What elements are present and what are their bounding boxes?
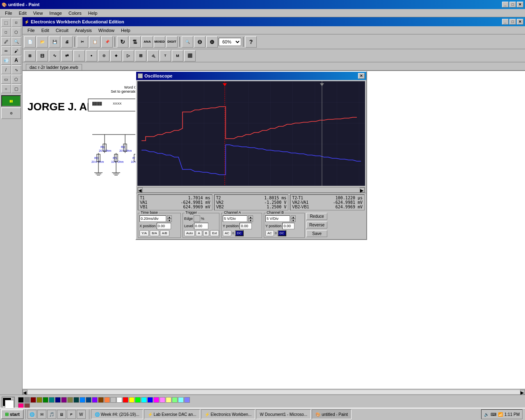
- swatch-magenta[interactable]: [153, 397, 159, 403]
- mail-quick[interactable]: ✉: [37, 410, 46, 419]
- zoom-combo[interactable]: 60% 100% 150%: [219, 38, 241, 46]
- magnify-tool[interactable]: 🔍: [11, 37, 21, 46]
- swatch-olive2[interactable]: [67, 397, 73, 403]
- scroll-right[interactable]: ▶: [360, 187, 365, 192]
- w-quick[interactable]: W: [77, 410, 86, 419]
- swatch-darkteal[interactable]: [73, 397, 79, 403]
- ewb-minimize[interactable]: _: [502, 19, 509, 25]
- ewb-new[interactable]: 📄: [24, 36, 36, 48]
- ewb-copy[interactable]: 📋: [89, 36, 100, 48]
- chb-up[interactable]: ▲: [291, 215, 296, 219]
- swatch-brown[interactable]: [98, 397, 104, 403]
- start-button[interactable]: ⊞ start: [1, 409, 24, 419]
- chb-ac[interactable]: AC: [265, 230, 274, 236]
- ewb-t2-8[interactable]: ◈: [110, 50, 122, 62]
- tool-extra1[interactable]: ▮▮: [1, 95, 21, 107]
- cha-down[interactable]: ▼: [248, 219, 253, 222]
- swatch-navy[interactable]: [55, 397, 61, 403]
- ewb-digital[interactable]: DIGIT: [166, 36, 178, 48]
- reverse-btn[interactable]: Reverse: [306, 221, 327, 228]
- ewb-maximize[interactable]: □: [509, 19, 516, 25]
- trig-a-btn[interactable]: A: [196, 230, 202, 236]
- chb-down[interactable]: ▼: [291, 219, 296, 222]
- ewb-t2-3[interactable]: ∿: [49, 50, 60, 62]
- ba-btn[interactable]: B/A: [150, 230, 159, 236]
- circuit-area[interactable]: JORGE J. ALVAREZ 16 Channel Logic Analyz…: [23, 71, 525, 389]
- taskbar-word[interactable]: W Document1 - Microso...: [256, 409, 311, 419]
- ya-btn[interactable]: Y/A: [139, 230, 149, 236]
- ewb-t2-2[interactable]: ⊟: [37, 50, 48, 62]
- maximize-button[interactable]: □: [509, 2, 516, 7]
- swatch-yellow[interactable]: [129, 397, 135, 403]
- osc-close[interactable]: ✕: [358, 73, 365, 79]
- hscroll-left[interactable]: ◀: [23, 390, 27, 395]
- fill-tool[interactable]: ⬡: [11, 27, 21, 37]
- desk-quick[interactable]: 🖥: [57, 410, 66, 419]
- trigger-level[interactable]: [194, 223, 208, 229]
- file-tab[interactable]: dac r-2r ladder type.ewb: [26, 64, 82, 70]
- reduce-btn[interactable]: Reduce: [306, 213, 327, 220]
- swatch-lightblue[interactable]: [184, 397, 190, 403]
- ewb-zoom-in[interactable]: 🔍: [182, 36, 193, 48]
- taskbar-ie[interactable]: 🌐 Week #4: (2/16-19)...: [91, 409, 143, 419]
- chb-input[interactable]: [265, 215, 290, 222]
- swatch-green[interactable]: [43, 397, 48, 403]
- tool-extra2[interactable]: ⚙: [1, 107, 21, 119]
- text-tool[interactable]: A: [11, 56, 21, 65]
- swatch-lightgreen[interactable]: [172, 397, 178, 403]
- auto-btn[interactable]: Auto: [184, 230, 195, 236]
- taskbar-ewb[interactable]: ⚡ Electronics Workben...: [201, 409, 256, 419]
- osc-scrollbar[interactable]: ◀ ▶: [137, 187, 365, 193]
- menu-help[interactable]: Help: [85, 10, 101, 16]
- eyedrop-tool[interactable]: 🖉: [1, 37, 11, 46]
- swatch-white[interactable]: [116, 397, 122, 403]
- swatch-red[interactable]: [123, 397, 128, 403]
- ewb-t2-9[interactable]: ▷: [123, 50, 134, 62]
- swatch-blue2[interactable]: [147, 397, 153, 403]
- ewb-t2-10[interactable]: ⊞: [135, 50, 146, 62]
- p-quick[interactable]: P: [67, 410, 76, 419]
- swatch-olive[interactable]: [37, 397, 42, 403]
- swatch-purple[interactable]: [61, 397, 67, 403]
- ewb-menu-help[interactable]: Help: [118, 27, 134, 34]
- ewb-t2-1[interactable]: ⊞: [24, 50, 36, 62]
- close-button[interactable]: ✕: [517, 2, 523, 7]
- save-btn[interactable]: Save: [306, 230, 327, 237]
- xpos-input[interactable]: [157, 223, 171, 229]
- cha-up[interactable]: ▲: [248, 215, 253, 219]
- swatch-cyan[interactable]: [141, 397, 147, 403]
- polygon-tool[interactable]: ⬠: [11, 75, 21, 84]
- ewb-paste[interactable]: 📌: [101, 36, 113, 48]
- ewb-zoom-out[interactable]: ⊖: [194, 36, 205, 48]
- minimize-button[interactable]: _: [502, 2, 509, 7]
- ewb-menu-file[interactable]: File: [24, 27, 38, 34]
- swatch-lightyellow[interactable]: [166, 397, 171, 403]
- ewb-component[interactable]: ANA: [142, 36, 153, 48]
- swatch-teal[interactable]: [49, 397, 55, 403]
- ewb-hscroll[interactable]: ◀ ▶: [23, 389, 525, 395]
- swatch-black[interactable]: [18, 397, 24, 403]
- rrect-tool[interactable]: ▢: [11, 84, 21, 93]
- ewb-t2-6[interactable]: ●: [86, 50, 97, 62]
- ewb-flip[interactable]: ⇅: [129, 36, 141, 48]
- ewb-t2-14[interactable]: ⬛: [184, 50, 196, 62]
- trig-ext-btn[interactable]: Ext: [210, 230, 219, 236]
- taskbar-lab[interactable]: ⚡ Lab Exercise DAC an...: [144, 409, 200, 419]
- ewb-t2-11[interactable]: 🔌: [147, 50, 159, 62]
- ewb-close[interactable]: ✕: [517, 19, 523, 25]
- canvas-area[interactable]: ⚡ Electronics Workbench Educational Edit…: [23, 17, 525, 395]
- taskbar-paint[interactable]: 🎨 untitled - Paint: [312, 409, 352, 419]
- ewb-menu-analysis[interactable]: Analysis: [72, 27, 95, 34]
- ewb-print[interactable]: 🖨: [61, 36, 73, 48]
- chb-ypos[interactable]: [282, 223, 294, 229]
- cha-ypos[interactable]: [240, 223, 252, 229]
- swatch-lime[interactable]: [135, 397, 141, 403]
- swatch-violet[interactable]: [92, 397, 98, 403]
- menu-image[interactable]: Image: [46, 10, 65, 16]
- ewb-cut[interactable]: ✂: [77, 36, 88, 48]
- swatch-pink[interactable]: [160, 397, 165, 403]
- scroll-left[interactable]: ◀: [138, 187, 143, 192]
- menu-file[interactable]: File: [2, 10, 16, 16]
- timebase-up[interactable]: ▲: [167, 215, 172, 219]
- ewb-rotate[interactable]: ↻: [117, 36, 128, 48]
